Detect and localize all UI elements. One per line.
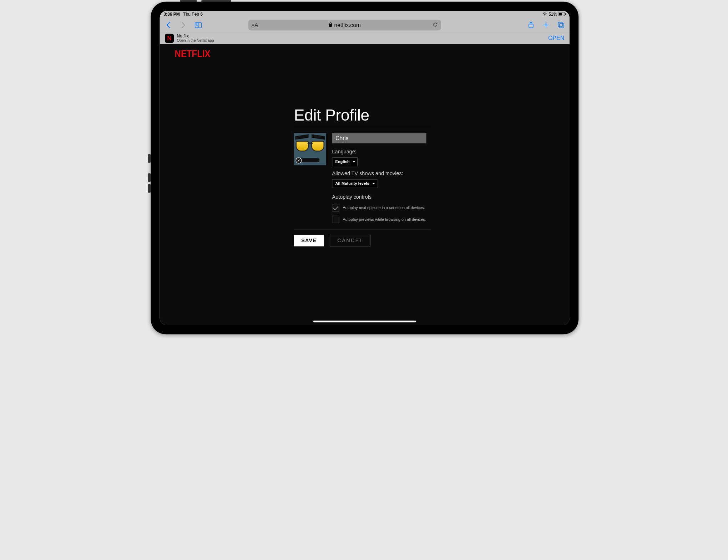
forward-button[interactable] bbox=[178, 20, 188, 30]
back-button[interactable] bbox=[163, 20, 173, 30]
maturity-select[interactable]: All Maturity levels bbox=[332, 179, 377, 188]
maturity-value: All Maturity levels bbox=[335, 182, 369, 186]
url-bar[interactable]: AA netflix.com bbox=[248, 20, 441, 30]
tabs-button[interactable] bbox=[556, 20, 566, 30]
status-time: 3:36 PM bbox=[163, 12, 180, 17]
divider bbox=[294, 128, 431, 128]
language-value: English bbox=[335, 159, 350, 164]
cancel-button[interactable]: CANCEL bbox=[330, 235, 371, 246]
wifi-icon bbox=[542, 12, 547, 17]
autoplay-heading: Autoplay controls bbox=[332, 194, 431, 200]
app-banner-title: Netflix bbox=[177, 34, 214, 39]
hw-button bbox=[148, 184, 151, 193]
status-date: Thu Feb 6 bbox=[183, 12, 203, 17]
new-tab-button[interactable] bbox=[541, 20, 551, 30]
maturity-label: Allowed TV shows and movies: bbox=[332, 170, 431, 177]
svg-rect-1 bbox=[559, 13, 562, 15]
edit-avatar-button[interactable] bbox=[296, 158, 302, 164]
svg-rect-2 bbox=[565, 13, 566, 15]
autoplay-next-checkbox[interactable] bbox=[332, 204, 339, 211]
hw-button bbox=[148, 173, 151, 182]
netflix-page: NETFLIX Edit Profile bbox=[160, 44, 570, 325]
divider bbox=[294, 229, 431, 230]
language-select[interactable]: English bbox=[332, 158, 358, 166]
page-title: Edit Profile bbox=[294, 106, 431, 124]
battery-icon bbox=[558, 12, 566, 17]
svg-rect-11 bbox=[560, 24, 564, 28]
share-button[interactable] bbox=[526, 20, 536, 30]
netflix-logo[interactable]: NETFLIX bbox=[175, 48, 211, 59]
status-bar: 3:36 PM Thu Feb 6 51% bbox=[160, 11, 570, 18]
autoplay-previews-label: Autoplay previews while browsing on all … bbox=[343, 217, 426, 222]
autoplay-next-label: Autoplay next episode in a series on all… bbox=[343, 205, 425, 210]
app-banner: N Netflix Open in the Netflix app OPEN bbox=[160, 32, 570, 44]
chevron-down-icon bbox=[353, 161, 355, 163]
home-indicator[interactable] bbox=[313, 321, 416, 322]
open-app-button[interactable]: OPEN bbox=[548, 35, 564, 42]
ipad-device: 3:36 PM Thu Feb 6 51% bbox=[146, 0, 582, 336]
bookmarks-button[interactable] bbox=[193, 20, 203, 30]
save-button[interactable]: SAVE bbox=[294, 235, 324, 246]
profile-name-input[interactable] bbox=[332, 133, 426, 143]
svg-rect-10 bbox=[558, 22, 562, 26]
app-banner-subtitle: Open in the Netflix app bbox=[177, 39, 214, 43]
url-text: netflix.com bbox=[334, 22, 361, 29]
chevron-down-icon bbox=[372, 183, 375, 184]
netflix-app-icon: N bbox=[165, 34, 174, 43]
lock-icon bbox=[329, 22, 333, 29]
pencil-icon bbox=[297, 159, 300, 162]
battery-percent: 51% bbox=[548, 12, 557, 17]
hw-button bbox=[148, 154, 151, 163]
safari-toolbar: AA netflix.com bbox=[160, 18, 570, 32]
autoplay-previews-checkbox[interactable] bbox=[332, 216, 339, 223]
svg-rect-5 bbox=[329, 24, 332, 27]
language-label: Language: bbox=[332, 148, 431, 154]
